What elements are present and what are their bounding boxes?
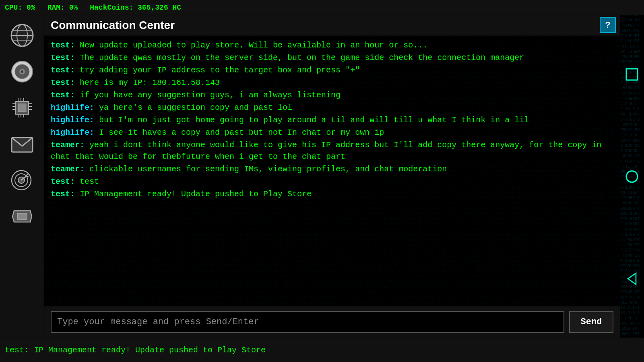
chat-username[interactable]: highlife: [51, 128, 94, 137]
chat-username[interactable]: teamer: [51, 165, 85, 174]
chat-text: IP Management ready! Update pushed to Pl… [75, 189, 312, 199]
chat-message: test: New update uploaded to play store.… [51, 39, 613, 51]
ram-stat: RAM: 0% [47, 4, 78, 12]
right-buttons [620, 15, 644, 338]
svg-point-31 [626, 171, 638, 182]
chat-username[interactable]: teamer: [51, 140, 85, 150]
sidebar-item-target[interactable] [6, 164, 38, 196]
chat-username[interactable]: test: [51, 189, 75, 199]
chat-username[interactable]: test: [51, 90, 75, 100]
cpu-stat: CPU: 0% [5, 4, 35, 12]
svg-rect-29 [17, 213, 27, 220]
status-bar: CPU: 0% RAM: 0% HackCoins: 365,326 HC [0, 0, 644, 15]
chat-text: I see it haves a copy and past but not I… [94, 128, 384, 137]
svg-marker-32 [628, 273, 636, 284]
chat-username[interactable]: highlife: [51, 115, 94, 125]
chat-username[interactable]: test: [51, 177, 75, 186]
chat-message: test: if you have any suggestion guys, i… [51, 89, 613, 101]
last-message: test: IP Management ready! Update pushed… [5, 346, 266, 355]
svg-point-8 [21, 70, 23, 73]
chat-message: teamer: yeah i dont think anyone would l… [51, 139, 613, 162]
chat-message: teamer: clickable usernames for sending … [51, 163, 613, 175]
sidebar [0, 15, 44, 338]
chat-username[interactable]: test: [51, 66, 75, 75]
chat-text: New update uploaded to play store. Will … [75, 41, 427, 50]
chat-message: highlife: but I'm no just got home going… [51, 114, 613, 126]
chat-message: test: try adding your IP address to the … [51, 64, 613, 76]
sidebar-item-mail[interactable] [6, 128, 38, 160]
page-title: Communication Center [51, 19, 175, 32]
chat-text: yeah i dont think anyone would like to g… [51, 140, 601, 161]
chat-username[interactable]: highlife: [51, 103, 94, 112]
send-button[interactable]: Send [569, 311, 613, 333]
chat-area[interactable]: test: New update uploaded to play store.… [44, 35, 620, 314]
message-input[interactable] [51, 311, 564, 333]
chat-message: test: The update qwas mostly on the serv… [51, 52, 613, 64]
chat-text: if you have any suggestion guys, i am al… [75, 90, 341, 100]
chat-text: The update qwas mostly on the server sid… [75, 53, 524, 62]
chat-message: highlife: ya here's a suggestion copy an… [51, 102, 613, 113]
sidebar-item-ticket[interactable] [6, 200, 38, 232]
sidebar-item-disc[interactable] [6, 56, 38, 88]
header: Communication Center [44, 15, 620, 35]
svg-rect-30 [626, 69, 638, 80]
chat-message: test: here is my IP: 180.161.58.143 [51, 77, 613, 88]
sidebar-item-cpu[interactable] [6, 92, 38, 124]
back-button[interactable] [623, 270, 641, 288]
chat-text: ya here's a suggestion copy and past lol [94, 103, 292, 112]
chat-username[interactable]: test: [51, 41, 75, 50]
sidebar-item-globe[interactable] [6, 19, 38, 51]
chat-message: test: IP Management ready! Update pushed… [51, 188, 613, 200]
chat-text: clickable usernames for sending IMs, vie… [85, 165, 447, 174]
svg-rect-10 [18, 104, 26, 112]
hackcoins-stat: HackCoins: 365,326 HC [90, 4, 181, 12]
chat-message: test: test [51, 176, 613, 187]
chat-text: but I'm no just got home going to play a… [94, 115, 529, 125]
chat-text: try adding your IP address to the target… [75, 66, 360, 75]
chat-username[interactable]: test: [51, 53, 75, 62]
chat-text: here is my IP: 180.161.58.143 [75, 78, 220, 87]
chat-username[interactable]: test: [51, 78, 75, 87]
help-icon[interactable]: ? [600, 17, 616, 33]
window-button[interactable] [623, 66, 641, 83]
circle-button[interactable] [623, 168, 641, 185]
chat-message: highlife: I see it haves a copy and past… [51, 127, 613, 138]
bottom-status-bar: test: IP Management ready! Update pushed… [0, 338, 644, 362]
chat-text: test [75, 177, 99, 186]
input-area: Send [44, 306, 620, 338]
